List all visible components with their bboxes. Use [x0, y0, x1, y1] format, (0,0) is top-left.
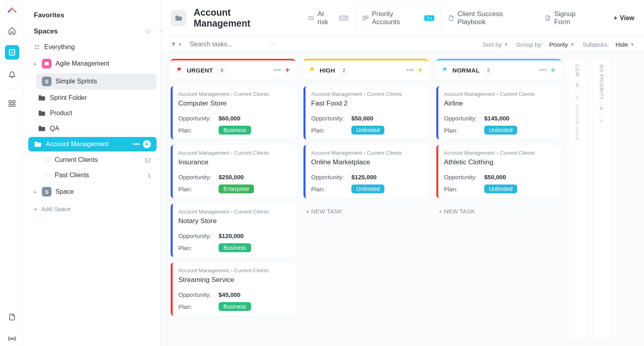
tab-icon — [448, 15, 454, 21]
new-task-button[interactable]: + NEW TASK — [303, 204, 428, 219]
task-card[interactable]: Account Management›Current Clients Fast … — [303, 86, 428, 139]
tasks-icon[interactable] — [5, 45, 19, 60]
toolbar: ▼ ﹀ Sort by▼ Group by: Priority▼ Subtask… — [161, 37, 644, 52]
breadcrumb: Account Management›Current Clients — [444, 91, 555, 97]
add-card-button[interactable]: + — [285, 66, 290, 75]
rail-divider — [7, 89, 17, 89]
group-by-button[interactable]: Group by: Priority▼ — [516, 41, 575, 48]
add-view-button[interactable]: + View — [614, 15, 635, 22]
collapse-sidebar-button[interactable]: ‹ — [157, 26, 165, 35]
current-clients-item[interactable]: Current Clients 12 — [28, 153, 157, 167]
more-icon[interactable]: ••• — [406, 66, 414, 75]
opportunity-value: $120,000 — [219, 232, 244, 239]
agile-management-item[interactable]: ▶ Agile Management — [28, 56, 157, 72]
sidebar-item-label: Past Clients — [55, 172, 89, 179]
simple-sprints-item[interactable]: S Simple Sprints — [36, 73, 157, 89]
svg-rect-1 — [9, 101, 11, 103]
field-label: Plan: — [311, 186, 351, 193]
column-name: HIGH — [320, 67, 335, 74]
new-task-button[interactable]: + NEW TASK — [436, 204, 561, 219]
field-label: Opportunity: — [311, 115, 351, 122]
subtasks-button[interactable]: Subtasks: Hide▼ — [582, 41, 634, 48]
sidebar: Favorites Spaces Everything ▶ Agile Mana… — [24, 0, 161, 346]
add-card-button[interactable]: + — [551, 66, 555, 75]
product-item[interactable]: Product — [32, 106, 157, 120]
home-icon[interactable] — [5, 23, 19, 38]
column-high: HIGH 2 ••• + Account Management›Current … — [303, 59, 428, 340]
flag-icon — [442, 66, 448, 74]
column-name: URGENT — [187, 67, 213, 74]
more-icon[interactable]: ••• — [133, 141, 140, 148]
space-item[interactable]: ▶ S Space — [28, 184, 157, 200]
svg-rect-21 — [366, 16, 368, 19]
sprint-folder-item[interactable]: Sprint Folder — [32, 91, 157, 105]
chevron-right-icon: › — [576, 94, 578, 100]
grid-icon — [34, 44, 40, 50]
task-card[interactable]: Account Management›Current Clients Compu… — [171, 86, 295, 139]
task-card[interactable]: Account Management›Current Clients Onlin… — [303, 145, 428, 198]
task-card[interactable]: Account Management›Current Clients Athle… — [436, 145, 561, 198]
folder-icon[interactable] — [171, 10, 186, 26]
svg-point-5 — [11, 338, 12, 339]
card-title: Insurance — [178, 158, 290, 166]
field-label: Opportunity: — [178, 291, 219, 298]
svg-point-7 — [35, 45, 36, 46]
filter-button[interactable]: ▼ — [171, 41, 182, 47]
add-card-button[interactable]: + — [418, 66, 423, 75]
svg-point-8 — [38, 45, 39, 46]
tab-client-success-playbook[interactable]: Client Success Playbook — [441, 6, 538, 31]
more-icon[interactable]: ••• — [539, 66, 547, 75]
tab-signup-form[interactable]: Signup Form — [538, 6, 599, 31]
tab-badge: 2 ▾ — [424, 15, 434, 21]
task-card[interactable]: Account Management›Current Clients Notar… — [171, 204, 295, 257]
main: ‹ Account Management At risk3 ▾Priority … — [161, 0, 644, 346]
spaces-heading[interactable]: Spaces — [28, 24, 157, 39]
plan-pill: Business — [219, 243, 251, 252]
space-badge: S — [42, 187, 52, 197]
chevron-right-icon: › — [601, 117, 603, 124]
view-tabs: At risk3 ▾Priority Accounts2 ▾Client Suc… — [301, 6, 599, 31]
plan-pill: Unlimited — [351, 126, 384, 135]
qa-item[interactable]: QA — [32, 122, 157, 135]
past-clients-item[interactable]: Past Clients 1 — [28, 168, 157, 182]
add-space-button[interactable]: + Add Space — [28, 201, 157, 216]
add-icon[interactable]: + — [143, 140, 151, 148]
column-count: 9 — [217, 65, 227, 75]
collapsed-column-low[interactable]: LOW 0 ›COLLAPSE GROUP — [569, 59, 585, 340]
search-icon[interactable] — [145, 29, 151, 35]
breadcrumb: Account Management›Current Clients — [178, 91, 290, 97]
field-label: Opportunity: — [311, 174, 351, 180]
column-name: NORMAL — [452, 67, 480, 74]
tab-priority-accounts[interactable]: Priority Accounts2 ▾ — [355, 6, 441, 31]
column-name: NO PRIORITY — [599, 64, 604, 100]
plan-pill: Unlimited — [484, 184, 517, 193]
card-title: Online Marketplace — [311, 158, 423, 166]
apps-icon[interactable] — [5, 96, 19, 111]
doc-icon[interactable] — [5, 310, 19, 324]
field-label: Plan: — [178, 127, 219, 134]
sidebar-item-label: Everything — [44, 44, 75, 51]
search-input[interactable] — [190, 41, 262, 48]
broadcast-icon[interactable] — [5, 331, 19, 346]
task-card[interactable]: Account Management›Current Clients Insur… — [171, 145, 295, 198]
column-count: 0 — [573, 81, 582, 90]
collapsed-column-no-priority[interactable]: NO PRIORITY 0 › — [593, 59, 609, 340]
column-header: HIGH 2 ••• + — [303, 59, 428, 80]
tab-at-risk[interactable]: At risk3 ▾ — [301, 6, 355, 31]
column-count: 0 — [597, 104, 606, 113]
account-management-item[interactable]: Account Management ••• + — [28, 137, 157, 151]
svg-point-18 — [309, 18, 309, 18]
sort-by-button[interactable]: Sort by▼ — [483, 41, 508, 48]
search-dropdown[interactable]: ﹀ — [270, 41, 275, 48]
everything-item[interactable]: Everything — [28, 40, 157, 54]
notifications-icon[interactable] — [5, 67, 19, 81]
task-card[interactable]: Account Management›Current Clients Strea… — [171, 263, 295, 316]
more-icon[interactable]: ••• — [273, 66, 281, 75]
tab-label: Priority Accounts — [372, 10, 421, 26]
favorites-heading[interactable]: Favorites — [28, 8, 157, 23]
field-label: Plan: — [311, 127, 351, 134]
folder-icon — [38, 95, 46, 101]
card-title: Computer Store — [178, 99, 290, 108]
tab-label: Client Success Playbook — [458, 10, 531, 26]
task-card[interactable]: Account Management›Current Clients Airli… — [436, 86, 561, 139]
